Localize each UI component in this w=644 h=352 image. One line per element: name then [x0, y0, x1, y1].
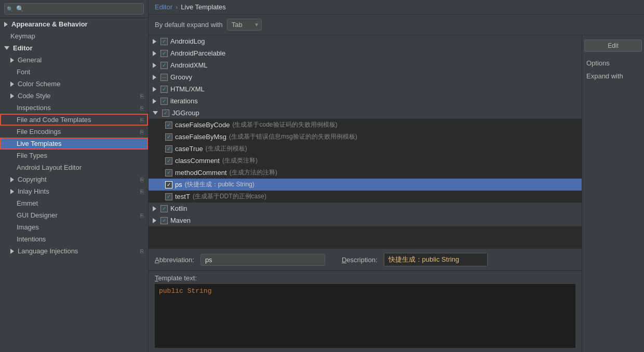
check-icon[interactable] [165, 145, 172, 153]
copy-icon: ⎘ [140, 105, 144, 111]
group-kotlin[interactable]: Kotlin [149, 202, 582, 214]
content-area: AndroidLog AndroidParcelable AndroidXML [149, 35, 644, 352]
sidebar-item-appearance[interactable]: Appearance & Behavior [0, 18, 148, 30]
triangle-icon [153, 206, 156, 211]
copy-icon: ⎘ [140, 93, 144, 99]
expand-with-label: Expand with [584, 70, 642, 82]
group-androidlog[interactable]: AndroidLog [149, 35, 582, 47]
sidebar-item-live-templates[interactable]: Live Templates [0, 138, 148, 150]
template-name: caseFalseByCode [175, 121, 230, 129]
main-panel: AndroidLog AndroidParcelable AndroidXML [149, 35, 582, 352]
sidebar-item-copyright[interactable]: Copyright ⎘ [0, 173, 148, 185]
group-groovy[interactable]: Groovy [149, 71, 582, 83]
triangle-icon [10, 93, 14, 99]
sidebar-item-keymap[interactable]: Keymap [0, 30, 148, 42]
keyword-string: String [187, 287, 212, 295]
group-jggroup[interactable]: JGGroup [149, 107, 582, 119]
sidebar-item-file-code-templates[interactable]: File and Code Templates ⎘ [0, 114, 148, 126]
sidebar-item-editor[interactable]: Editor [0, 42, 148, 54]
sidebar-item-images[interactable]: Images [0, 221, 148, 233]
template-item-ps[interactable]: ps (快捷生成：public String) [149, 179, 582, 191]
triangle-icon [10, 177, 14, 182]
right-sidebar: Edit Options Expand with [582, 35, 644, 352]
template-item-casefalseby-msg[interactable]: caseFalseByMsg (生成基于错误信息msg验证的的失败用例模板) [149, 131, 582, 143]
template-name: classComment [175, 157, 220, 165]
group-iterations[interactable]: iterations [149, 95, 582, 107]
copy-icon: ⎘ [140, 212, 144, 219]
sidebar-item-color-scheme[interactable]: Color Scheme [0, 78, 148, 90]
bottom-panel: Abbreviation: Description: 快捷生成：public S… [149, 248, 582, 352]
sidebar-item-android-layout-editor[interactable]: Android Layout Editor [0, 161, 148, 173]
expand-label: By default expand with [155, 21, 223, 29]
abbreviation-label: Abbreviation: [155, 256, 194, 264]
template-item-methodcomment[interactable]: methodComment (生成方法的注释) [149, 167, 582, 179]
template-item-casetrue[interactable]: caseTrue (生成正例模板) [149, 143, 582, 155]
check-htmlxml[interactable] [160, 86, 168, 93]
sidebar-item-file-types[interactable]: File Types [0, 150, 148, 161]
template-item-casefalseby-code[interactable]: caseFalseByCode (生成基于code验证码的失败用例模板) [149, 119, 582, 131]
template-name: testT [175, 193, 190, 200]
template-desc: (生成正例模板) [206, 144, 247, 153]
keyword-public: public [159, 287, 183, 295]
triangle-open-icon [4, 46, 9, 50]
template-item-classcomment[interactable]: classComment (生成类注释) [149, 155, 582, 167]
top-toolbar: By default expand with Tab Enter Space ▼ [149, 15, 644, 35]
check-groovy[interactable] [160, 74, 168, 81]
template-body: public String [155, 284, 575, 348]
description-label: Description: [342, 256, 378, 264]
check-icon[interactable] [165, 169, 172, 177]
group-name: AndroidXML [170, 61, 208, 69]
sidebar-item-inspections[interactable]: Inspections ⎘ [0, 102, 148, 114]
check-jggroup[interactable] [162, 110, 169, 117]
check-icon[interactable] [165, 193, 172, 200]
check-icon[interactable] [165, 133, 172, 141]
group-maven[interactable]: Maven [149, 214, 582, 226]
search-box [0, 0, 148, 18]
sidebar-item-file-encodings[interactable]: File Encodings ⎘ [0, 126, 148, 138]
template-name: caseTrue [175, 145, 203, 153]
breadcrumb-parent[interactable]: Editor [155, 3, 172, 11]
check-icon[interactable] [165, 157, 172, 165]
sidebar-item-inlay-hints[interactable]: Inlay Hints ⎘ [0, 185, 148, 197]
triangle-icon [10, 189, 14, 194]
check-icon[interactable] [165, 181, 172, 188]
abbreviation-input[interactable] [200, 254, 325, 266]
templates-list: AndroidLog AndroidParcelable AndroidXML [149, 35, 582, 248]
copy-icon: ⎘ [140, 248, 144, 254]
edit-button[interactable]: Edit [584, 39, 642, 52]
check-iterations[interactable] [160, 98, 168, 105]
sidebar-item-gui-designer[interactable]: GUI Designer ⎘ [0, 209, 148, 221]
expand-dropdown[interactable]: Tab Enter Space [227, 19, 262, 31]
breadcrumb: Editor › Live Templates [149, 0, 644, 15]
copy-icon: ⎘ [140, 129, 144, 135]
group-name: AndroidLog [170, 37, 205, 45]
sidebar-item-font[interactable]: Font [0, 66, 148, 78]
sidebar-item-intentions[interactable]: Intentions [0, 233, 148, 245]
sidebar-item-general[interactable]: General [0, 54, 148, 66]
sidebar: Appearance & Behavior Keymap Editor Gene… [0, 0, 149, 352]
description-value: 快捷生成：public String [384, 253, 488, 266]
group-name: HTML/XML [170, 85, 205, 93]
check-androidparcelable[interactable] [160, 50, 168, 57]
check-androidxml[interactable] [160, 62, 168, 69]
template-item-testt[interactable]: testT (生成基于DDT的正例case) [149, 191, 582, 202]
options-label: Options [584, 56, 642, 70]
template-desc: (快捷生成：public String) [185, 180, 254, 189]
check-maven[interactable] [160, 217, 168, 224]
group-androidparcelable[interactable]: AndroidParcelable [149, 47, 582, 59]
sidebar-item-code-style[interactable]: Code Style ⎘ [0, 90, 148, 102]
check-androidlog[interactable] [160, 38, 168, 45]
check-icon[interactable] [165, 121, 172, 129]
group-htmlxml[interactable]: HTML/XML [149, 83, 582, 95]
template-text-row: Template text: [149, 271, 582, 284]
template-desc: (生成类注释) [222, 156, 258, 165]
group-name: Kotlin [170, 205, 187, 212]
group-androidxml[interactable]: AndroidXML [149, 59, 582, 71]
sidebar-item-emmet[interactable]: Emmet [0, 197, 148, 209]
expand-dropdown-wrapper: Tab Enter Space ▼ [227, 19, 262, 31]
search-input[interactable] [4, 3, 144, 15]
check-kotlin[interactable] [160, 205, 168, 212]
triangle-icon [153, 218, 156, 223]
group-name: JGGroup [172, 109, 199, 117]
sidebar-item-language-injections[interactable]: Language Injections ⎘ [0, 245, 148, 257]
